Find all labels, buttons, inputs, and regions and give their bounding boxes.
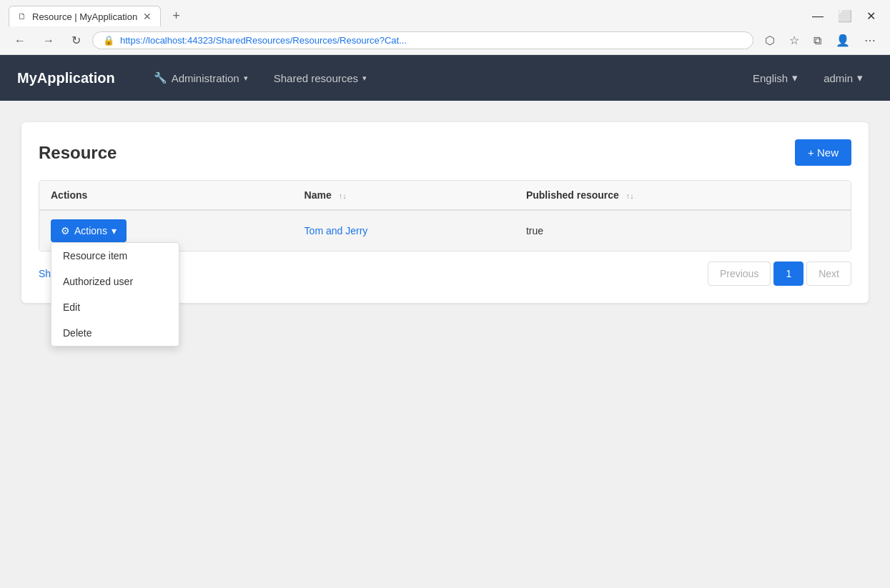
browser-toolbar: ← → ↻ 🔒 ⬡ ☆ ⧉ 👤 ⋯ <box>0 26 890 54</box>
table-body: ⚙ Actions ▾ Resource item Authorized use… <box>39 210 851 251</box>
tab-close-button[interactable]: ✕ <box>143 11 152 22</box>
actions-dropdown-menu: Resource item Authorized user Edit Delet… <box>51 242 179 347</box>
close-button[interactable]: ✕ <box>861 8 881 24</box>
forward-button[interactable]: → <box>37 31 60 50</box>
actions-button[interactable]: ⚙ Actions ▾ <box>51 219 127 242</box>
administration-menu[interactable]: 🔧 Administration ▾ <box>144 66 258 90</box>
table-row: ⚙ Actions ▾ Resource item Authorized use… <box>39 210 851 251</box>
minimize-button[interactable]: — <box>806 8 829 24</box>
nav-right: English ▾ admin ▾ <box>743 66 873 90</box>
shared-resources-caret-icon: ▾ <box>362 74 367 83</box>
browser-chrome: 🗋 Resource | MyApplication ✕ + — ⬜ ✕ ← →… <box>0 0 890 55</box>
table-header: Actions Name ↑↓ Published resource ↑↓ <box>39 181 851 210</box>
dropdown-item-delete[interactable]: Delete <box>51 320 179 346</box>
main-content: Resource + New Actions Name ↑↓ Publ <box>0 101 890 588</box>
col-actions: Actions <box>39 181 293 210</box>
dropdown-item-edit[interactable]: Edit <box>51 294 179 320</box>
next-button[interactable]: Next <box>806 261 851 286</box>
actions-dropdown: ⚙ Actions ▾ Resource item Authorized use… <box>51 219 127 242</box>
pagination: Previous 1 Next <box>708 261 851 286</box>
user-menu[interactable]: admin ▾ <box>814 66 873 90</box>
gear-icon: ⚙ <box>61 225 70 236</box>
language-label: English <box>753 72 788 84</box>
tab-title: Resource | MyApplication <box>32 11 137 22</box>
language-menu[interactable]: English ▾ <box>743 66 808 90</box>
cell-actions: ⚙ Actions ▾ Resource item Authorized use… <box>39 210 293 251</box>
dropdown-item-authorized-user[interactable]: Authorized user <box>51 269 179 294</box>
actions-caret-icon: ▾ <box>112 225 117 236</box>
resource-table: Actions Name ↑↓ Published resource ↑↓ <box>39 181 851 251</box>
resource-table-wrapper: Actions Name ↑↓ Published resource ↑↓ <box>39 180 851 251</box>
cell-published: true <box>515 210 851 251</box>
address-bar[interactable]: 🔒 <box>92 31 753 49</box>
star-icon[interactable]: ☆ <box>783 31 805 50</box>
maximize-button[interactable]: ⬜ <box>832 8 858 24</box>
shared-resources-menu[interactable]: Shared resources ▾ <box>264 66 377 90</box>
browser-titlebar: 🗋 Resource | MyApplication ✕ + — ⬜ ✕ <box>0 0 890 26</box>
previous-button[interactable]: Previous <box>708 261 771 286</box>
col-name[interactable]: Name ↑↓ <box>293 181 515 210</box>
published-sort-icon: ↑↓ <box>626 191 634 200</box>
wrench-icon: 🔧 <box>154 71 167 84</box>
app-navbar: MyApplication 🔧 Administration ▾ Shared … <box>0 55 890 101</box>
administration-caret-icon: ▾ <box>244 74 248 83</box>
user-caret-icon: ▾ <box>857 71 863 84</box>
cell-name: Tom and Jerry <box>293 210 515 251</box>
url-input[interactable] <box>120 35 743 46</box>
administration-label: Administration <box>172 72 239 84</box>
user-label: admin <box>824 72 853 84</box>
window-controls: — ⬜ ✕ <box>806 8 881 24</box>
profile-icon[interactable]: 👤 <box>830 31 856 50</box>
card-title: Resource <box>39 143 117 163</box>
menu-icon[interactable]: ⋯ <box>859 31 881 50</box>
app-brand: MyApplication <box>17 70 115 86</box>
page-1-button[interactable]: 1 <box>773 261 804 286</box>
name-sort-icon: ↑↓ <box>339 191 347 200</box>
lock-icon: 🔒 <box>103 35 114 46</box>
new-button[interactable]: + New <box>795 139 851 166</box>
new-tab-button[interactable]: + <box>167 6 186 26</box>
card-header: Resource + New <box>39 139 851 166</box>
dropdown-item-resource-item[interactable]: Resource item <box>51 243 179 269</box>
tab-icon: 🗋 <box>18 11 26 21</box>
back-button[interactable]: ← <box>9 31 31 50</box>
collections-icon[interactable]: ⧉ <box>808 31 827 50</box>
extensions-icon[interactable]: ⬡ <box>759 31 781 50</box>
reload-button[interactable]: ↻ <box>66 31 86 50</box>
browser-icons: ⬡ ☆ ⧉ 👤 ⋯ <box>759 31 881 50</box>
shared-resources-label: Shared resources <box>274 72 358 84</box>
resource-card: Resource + New Actions Name ↑↓ Publ <box>21 122 869 303</box>
language-caret-icon: ▾ <box>792 71 798 84</box>
nav-items: 🔧 Administration ▾ Shared resources ▾ <box>144 66 743 90</box>
browser-tab[interactable]: 🗋 Resource | MyApplication ✕ <box>9 6 161 26</box>
col-published[interactable]: Published resource ↑↓ <box>515 181 851 210</box>
